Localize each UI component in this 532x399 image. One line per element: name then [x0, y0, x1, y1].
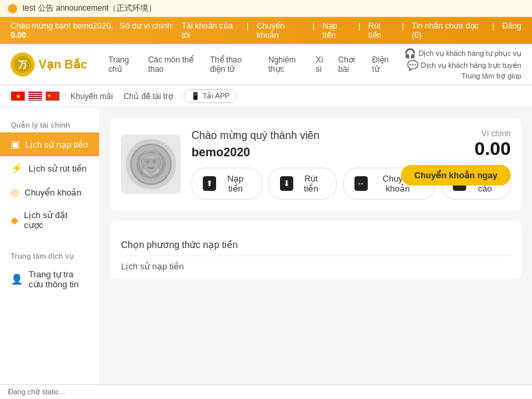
- header-nav-separator1: |: [247, 21, 249, 40]
- sub-nav-promotions[interactable]: Khuyến mãi: [70, 92, 113, 101]
- flag-usa[interactable]: [28, 91, 43, 101]
- sidebar-deposit-history-label: Lịch sử nạp tiền: [25, 140, 88, 150]
- flag-china[interactable]: [45, 91, 60, 101]
- deposit-history-label: Lịch sử nạp tiền: [121, 255, 511, 271]
- deposit-btn-label: Nạp tiền: [220, 174, 251, 194]
- sidebar-bet-label: Lịch sử đặt cược: [24, 210, 88, 230]
- sub-nav: Khuyến mãi Chủ đề tài trợ 📱 Tải APP: [0, 85, 532, 108]
- deposit-method-title: Chọn phương thức nạp tiền: [121, 239, 511, 250]
- service-support[interactable]: Trung tâm trợ giúp: [462, 72, 521, 80]
- right-services: 🎧 Dịch vụ khách hàng tự phục vụ 💬 Dịch v…: [404, 48, 521, 80]
- wallet-section: Ví chính 0.00 Chuyển khoản ngay: [401, 129, 511, 186]
- deposit-btn-icon: ⬆: [203, 176, 216, 191]
- avatar-box: [121, 134, 181, 194]
- withdraw-history-icon: ⚡: [11, 162, 23, 174]
- sidebar-item-deposit-history[interactable]: ▣ Lịch sử nạp tiền: [0, 132, 99, 156]
- logo-text: Vạn Bắc: [39, 57, 87, 72]
- nav-food[interactable]: Nghiêm thực: [269, 55, 307, 74]
- wallet-amount: 0.00: [401, 138, 511, 160]
- avatar-image: [124, 138, 178, 191]
- user-icon: 👤: [11, 273, 23, 285]
- nav-cards[interactable]: Chơi bài: [338, 55, 363, 74]
- header-nav-withdraw[interactable]: Rút tiền: [368, 21, 394, 40]
- announcement-bar: test 公告 announcement（正式环境）: [0, 0, 532, 17]
- main-content: Chào mừng quý thành viên bemo2020 ⬆ Nạp …: [100, 108, 532, 399]
- withdraw-btn-label: Rút tiền: [297, 174, 325, 194]
- logo-icon: 万: [11, 53, 35, 76]
- nav-slots[interactable]: Điện tử: [372, 55, 394, 74]
- header-nav-deposit[interactable]: Nạp tiền: [323, 21, 350, 40]
- transfer-now-button[interactable]: Chuyển khoản ngay: [401, 165, 511, 186]
- chat-icon: 💬: [407, 60, 418, 70]
- svg-point-6: [146, 160, 150, 164]
- top-nav-menu: Trang chủ Các môn thể thao Thể thao điện…: [108, 55, 394, 74]
- sidebar-withdraw-history-label: Lịch sử rút tiền: [29, 164, 86, 174]
- sub-nav-sponsor[interactable]: Chủ đề tài trợ: [124, 92, 173, 101]
- sidebar-finance-title: Quản lý tài chính: [0, 116, 99, 132]
- announcement-dot: [8, 4, 17, 13]
- header-nav-login[interactable]: Đăng: [502, 21, 521, 40]
- sidebar-service-title: Trung tâm dịch vụ: [0, 247, 99, 263]
- header-nav-messages[interactable]: Tin nhắn chưa đọc (0): [412, 21, 484, 40]
- sidebar-item-self-service[interactable]: 👤 Trang tự tra cứu thông tin: [0, 263, 99, 295]
- service-online[interactable]: 💬 Dịch vụ khách hàng trực tuyến: [407, 60, 521, 70]
- logo[interactable]: 万 Vạn Bắc: [11, 53, 87, 76]
- wallet-label: Ví chính: [401, 129, 511, 138]
- flag-vietnam[interactable]: [11, 91, 25, 101]
- header-left: Chào mừng bạn! bemo2020, Số dư ví chính:…: [11, 21, 182, 40]
- svg-point-7: [152, 160, 156, 164]
- nav-baccarat[interactable]: Xì sì: [316, 55, 329, 74]
- sidebar-item-bet-history[interactable]: ◆ Lịch sử đặt cược: [0, 204, 99, 236]
- transfer-btn-icon: ↔: [354, 176, 368, 191]
- withdraw-btn-icon: ⬇: [280, 176, 293, 191]
- sidebar-self-service-label: Trang tự tra cứu thông tin: [29, 269, 88, 289]
- nav-sports[interactable]: Các môn thể thao: [148, 55, 201, 74]
- support-label: Trung tâm trợ giúp: [462, 72, 521, 80]
- loading-bar: Đang chờ static...: [0, 384, 532, 399]
- deposit-btn[interactable]: ⬆ Nạp tiền: [192, 168, 262, 200]
- main-layout: Quản lý tài chính ▣ Lịch sử nạp tiền ⚡ L…: [0, 108, 532, 399]
- header-nav-separator3: |: [358, 21, 360, 40]
- svg-text:万: 万: [17, 59, 28, 70]
- sidebar-transfer-label: Chuyển khoản: [25, 188, 81, 198]
- welcome-card: Chào mừng quý thành viên bemo2020 ⬆ Nạp …: [110, 118, 521, 210]
- header-nav-account[interactable]: Tài khoản của tôi: [182, 21, 239, 40]
- header-nav-links: Tài khoản của tôi | Chuyển khoản | Nạp t…: [182, 21, 521, 40]
- sidebar: Quản lý tài chính ▣ Lịch sử nạp tiền ⚡ L…: [0, 108, 100, 399]
- header-bar: Chào mừng bạn! bemo2020, Số dư ví chính:…: [0, 17, 532, 44]
- bet-icon: ◆: [11, 214, 19, 226]
- nav-home[interactable]: Trang chủ: [108, 55, 139, 74]
- header-nav-transfer[interactable]: Chuyển khoản: [257, 21, 305, 40]
- header-nav-separator5: |: [492, 21, 494, 40]
- phone-icon: 📱: [191, 92, 200, 100]
- announcement-text: test 公告 announcement（正式环境）: [23, 3, 156, 14]
- sidebar-item-withdraw-history[interactable]: ⚡ Lịch sử rút tiền: [0, 156, 99, 180]
- withdraw-btn[interactable]: ⬇ Rút tiền: [269, 168, 336, 200]
- app-btn-label: Tải APP: [203, 92, 230, 100]
- header-greeting: Chào mừng bạn! bemo2020, Số dư ví chính:…: [11, 21, 182, 40]
- header-nav-separator4: |: [402, 21, 404, 40]
- transfer-icon: ◎: [11, 186, 19, 198]
- loading-text: Đang chờ static...: [8, 388, 65, 396]
- deposit-history-icon: ▣: [11, 138, 20, 150]
- sidebar-item-transfer[interactable]: ◎ Chuyển khoản: [0, 180, 99, 204]
- app-download-btn[interactable]: 📱 Tải APP: [184, 89, 237, 103]
- main-nav: 万 Vạn Bắc Trang chủ Các môn thể thao Thể…: [0, 44, 532, 85]
- service-self-label: Dịch vụ khách hàng tự phục vụ: [418, 49, 521, 58]
- service-self[interactable]: 🎧 Dịch vụ khách hàng tự phục vụ: [404, 48, 521, 59]
- deposit-section: Chọn phương thức nạp tiền Lịch sử nạp ti…: [110, 221, 521, 279]
- nav-esports[interactable]: Thể thao điện tử: [210, 55, 259, 74]
- header-nav-separator2: |: [313, 21, 315, 40]
- headset-icon: 🎧: [404, 48, 416, 59]
- flags-row: [11, 91, 60, 101]
- service-online-label: Dịch vụ khách hàng trực tuyến: [421, 61, 521, 70]
